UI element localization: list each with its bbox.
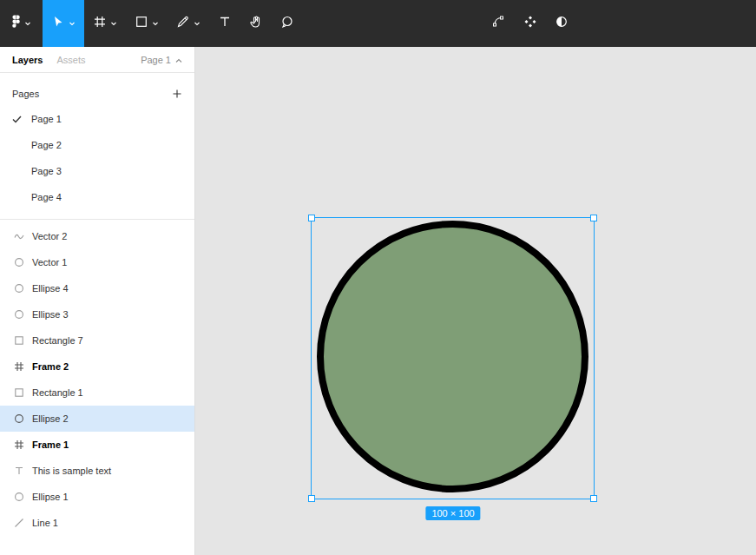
- layer-row[interactable]: Line 1: [0, 510, 194, 536]
- text-tool-button[interactable]: [209, 0, 240, 47]
- ellipse-icon: [14, 309, 24, 320]
- chevron-up-icon: [175, 55, 182, 65]
- page-row[interactable]: Page 2: [0, 132, 194, 158]
- page-selector-label: Page 1: [141, 55, 171, 65]
- ellipse-icon: [14, 283, 24, 294]
- rectangle-icon: [135, 15, 148, 32]
- page-row-label: Page 3: [31, 166, 62, 176]
- page-selector[interactable]: Page 1: [141, 55, 182, 65]
- ellipse-icon: [14, 492, 24, 502]
- selection-bounding-box[interactable]: [311, 217, 595, 499]
- layer-row[interactable]: Rectangle 1: [0, 380, 194, 406]
- selection-handle-bottom-left[interactable]: [308, 495, 315, 502]
- chevron-down-icon: [152, 20, 159, 27]
- layer-label: Rectangle 1: [32, 387, 83, 398]
- layer-label: Ellipse 3: [32, 309, 69, 320]
- layer-label: Vector 1: [32, 257, 67, 268]
- layer-row[interactable]: Frame 2: [0, 353, 194, 380]
- layer-row[interactable]: Ellipse 2: [0, 406, 194, 432]
- selection-handle-bottom-right[interactable]: [590, 495, 597, 502]
- page-row-label: Page 1: [31, 114, 62, 124]
- shape-tool-button[interactable]: [126, 0, 168, 47]
- edit-object-button[interactable]: [483, 0, 515, 47]
- layer-row[interactable]: Rectangle 7: [0, 327, 194, 353]
- check-icon: [12, 116, 31, 123]
- add-page-button[interactable]: [172, 89, 182, 99]
- comment-icon: [280, 15, 294, 32]
- rectangle-icon: [14, 387, 24, 398]
- chevron-down-icon: [69, 20, 76, 27]
- figma-logo-icon: [11, 15, 21, 32]
- layer-label: Ellipse 1: [32, 492, 69, 502]
- pages-section: Pages Page 1 Page 2 Page: [0, 73, 194, 220]
- move-tool-button[interactable]: [43, 0, 84, 47]
- edit-object-icon: [491, 15, 506, 32]
- page-row[interactable]: Page 4: [0, 184, 194, 210]
- page-row-label: Page 4: [31, 192, 62, 202]
- hand-tool-button[interactable]: [240, 0, 272, 47]
- layer-row[interactable]: Frame 1: [0, 432, 194, 458]
- layer-label: Frame 2: [32, 361, 69, 372]
- canvas[interactable]: 100 × 100: [195, 47, 756, 555]
- text-icon: [14, 466, 24, 476]
- page-row-label: Page 2: [31, 140, 62, 150]
- page-row[interactable]: Page 3: [0, 158, 194, 184]
- frame-icon: [93, 15, 107, 32]
- chevron-down-icon: [110, 20, 117, 27]
- mask-icon: [555, 15, 569, 32]
- frame-icon: [14, 361, 24, 372]
- layer-row[interactable]: This is sample text: [0, 458, 194, 484]
- layer-label: Line 1: [32, 518, 58, 528]
- hand-icon: [249, 15, 263, 32]
- pages-title: Pages: [12, 89, 39, 99]
- layer-label: Rectangle 7: [32, 335, 83, 346]
- layer-label: Frame 1: [32, 439, 69, 450]
- layer-label: Vector 2: [32, 231, 67, 241]
- ellipse-icon: [14, 413, 24, 424]
- layer-label: Ellipse 2: [32, 413, 69, 424]
- use-as-mask-button[interactable]: [546, 0, 577, 47]
- layers-list: Vector 2 Vector 1 Ellipse 4: [0, 220, 194, 555]
- layer-label: This is sample text: [32, 466, 111, 476]
- layer-row[interactable]: Ellipse 4: [0, 275, 194, 301]
- pen-tool-button[interactable]: [168, 0, 209, 47]
- ellipse-icon: [14, 257, 24, 268]
- selection-handle-top-left[interactable]: [308, 215, 315, 221]
- chevron-down-icon: [194, 20, 201, 27]
- tab-layers[interactable]: Layers: [12, 55, 43, 65]
- vector-path-icon: [14, 231, 24, 241]
- pages-header: Pages: [0, 82, 194, 106]
- pen-icon: [176, 15, 190, 32]
- layer-row[interactable]: Ellipse 3: [0, 301, 194, 327]
- layer-label: Ellipse 4: [32, 283, 69, 294]
- rectangle-icon: [14, 335, 24, 346]
- left-sidebar: Layers Assets Page 1 Pages: [0, 47, 195, 555]
- main-menu-button[interactable]: [0, 0, 43, 47]
- frame-tool-button[interactable]: [84, 0, 126, 47]
- create-component-button[interactable]: [515, 0, 546, 47]
- panel-tabs: Layers Assets Page 1: [0, 47, 194, 73]
- selection-size-badge: 100 × 100: [425, 506, 480, 520]
- line-icon: [14, 518, 24, 528]
- component-icon: [523, 15, 537, 32]
- chevron-down-icon: [24, 20, 31, 27]
- text-icon: [218, 15, 232, 32]
- figma-app: Layers Assets Page 1 Pages: [0, 0, 756, 555]
- layer-row[interactable]: Vector 2: [0, 223, 194, 249]
- comment-tool-button[interactable]: [272, 0, 303, 47]
- cursor-icon: [51, 15, 65, 32]
- selection-handle-top-right[interactable]: [590, 215, 597, 221]
- frame-icon: [14, 439, 24, 450]
- toolbar: [0, 0, 756, 47]
- page-row[interactable]: Page 1: [0, 106, 194, 132]
- layer-row[interactable]: Ellipse 1: [0, 484, 194, 510]
- layer-row[interactable]: Vector 1: [0, 249, 194, 275]
- tab-assets[interactable]: Assets: [56, 55, 85, 65]
- selection-toolbar-group: [483, 0, 577, 47]
- ellipse-shape[interactable]: [317, 221, 588, 492]
